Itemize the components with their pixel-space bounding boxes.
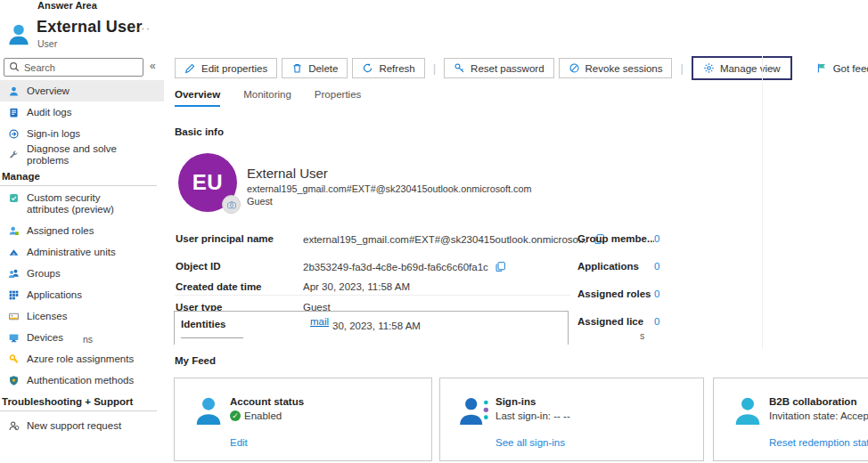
key-icon xyxy=(8,353,20,365)
account-person-icon xyxy=(191,394,226,429)
answer-area-label: Answer Area xyxy=(37,0,97,11)
field-object-id: Object ID 2b353249-fa3d-4c8e-b69d-fa6c6c… xyxy=(176,261,506,272)
sidebar-item-overview[interactable]: Overview xyxy=(0,80,164,102)
tab-monitoring[interactable]: Monitoring xyxy=(243,89,291,107)
sidebar-item-authentication-methods[interactable]: Authentication methods xyxy=(0,370,164,391)
field-value: 2b353249-fa3d-4c8e-b69d-fa6c6c60fa1c xyxy=(303,262,488,272)
gear-icon xyxy=(703,62,715,74)
refresh-icon xyxy=(362,62,373,74)
stat-applications: Applications 0 xyxy=(577,261,659,272)
profile-name: External User xyxy=(247,166,328,181)
tab-bar: Overview Monitoring Properties xyxy=(175,89,361,107)
page-subtitle: User xyxy=(37,38,57,49)
got-feedback-button[interactable]: Got feedback? xyxy=(809,59,868,77)
stray-text-fragment: ns xyxy=(83,334,93,345)
my-feed-title: My Feed xyxy=(175,355,216,366)
divider xyxy=(0,410,157,411)
identities-mail-link[interactable]: mail xyxy=(310,316,329,327)
profile-user-type: Guest xyxy=(247,196,273,207)
trash-icon xyxy=(291,62,303,74)
sidebar-item-azure-role-assignments[interactable]: Azure role assignments xyxy=(0,348,164,370)
toolbar-separator: | xyxy=(433,61,436,75)
sidebar-item-new-support-request[interactable]: New support request xyxy=(0,415,164,436)
sidebar-nav: Overview Audit logs Sign-in logs Diagnos… xyxy=(0,80,164,436)
delete-button[interactable]: Delete xyxy=(282,58,348,78)
see-all-sign-ins-link[interactable]: See all sign-ins xyxy=(495,437,565,448)
sidebar-item-assigned-roles[interactable]: Assigned roles xyxy=(0,220,164,241)
toolbar-separator: | xyxy=(680,61,683,75)
revoke-sessions-button[interactable]: Revoke sessions xyxy=(559,58,673,78)
avatar-initials: EU xyxy=(192,170,223,195)
block-icon xyxy=(569,62,580,74)
basic-info-title: Basic info xyxy=(175,126,224,137)
search-input[interactable] xyxy=(24,62,138,73)
content-edge-line xyxy=(762,55,763,349)
copy-icon[interactable] xyxy=(495,261,506,272)
field-user-principal-name: User principal name external195_gmail.co… xyxy=(176,233,597,245)
sidebar-item-custom-security-attributes[interactable]: Custom security attributes (preview) xyxy=(0,190,164,220)
sidebar-item-audit-logs[interactable]: Audit logs xyxy=(0,102,164,123)
person-icon xyxy=(8,85,20,97)
more-actions-icon[interactable]: ··· xyxy=(136,21,151,35)
reset-redemption-status-link[interactable]: Reset redemption status xyxy=(769,437,868,448)
applications-icon xyxy=(8,289,20,301)
field-created-date: Created date time Apr 30, 2023, 11:58 AM xyxy=(176,281,410,292)
stat-assigned-licenses: Assigned lice 0 xyxy=(577,316,659,327)
wrench-icon xyxy=(8,150,20,161)
assigned-roles-icon xyxy=(8,225,20,237)
sidebar-section-manage: Manage xyxy=(0,166,164,183)
stat-assigned-roles: Assigned roles 0 xyxy=(577,288,659,299)
stat-value-link[interactable]: 0 xyxy=(654,233,659,244)
card-b2b-collaboration: B2B collaboration Invitation state: Acce… xyxy=(713,378,868,461)
manage-view-highlight-box: Manage view xyxy=(692,56,792,80)
b2b-person-icon xyxy=(730,394,766,429)
camera-icon[interactable] xyxy=(222,195,241,214)
invitation-state-value: Invitation state: Accepted xyxy=(769,410,868,421)
sidebar-section-troubleshooting: Troubleshooting + Support xyxy=(0,391,164,409)
page-title: External User xyxy=(37,18,143,37)
sign-ins-person-icon xyxy=(456,394,492,429)
sidebar-item-diagnose[interactable]: Diagnose and solve problems xyxy=(0,144,164,166)
card-sign-ins: Sign-ins Last sign-in: -- -- See all sig… xyxy=(439,378,704,461)
collapse-sidebar-icon[interactable]: « xyxy=(150,60,156,72)
profile-upn: external195_gmail.com#EXT#@sk230415outlo… xyxy=(247,183,531,194)
edit-link[interactable]: Edit xyxy=(230,437,248,448)
sidebar-item-sign-in-logs[interactable]: Sign-in logs xyxy=(0,123,164,144)
sidebar-item-applications[interactable]: Applications xyxy=(0,284,164,305)
last-sign-in-value: Last sign-in: -- -- xyxy=(495,410,570,421)
licenses-icon xyxy=(8,311,20,322)
security-attributes-icon xyxy=(8,192,20,204)
identities-row-overlay: Identities mail 30, 2023, 11:58 AM xyxy=(174,311,569,345)
refresh-button[interactable]: Refresh xyxy=(352,58,424,78)
field-value: Apr 30, 2023, 11:58 AM xyxy=(303,281,410,292)
command-toolbar: Edit properties Delete Refresh | Reset p… xyxy=(175,56,868,80)
sidebar-item-devices[interactable]: Devices ns xyxy=(0,327,164,348)
sidebar-item-groups[interactable]: Groups xyxy=(0,263,164,284)
sidebar-search[interactable] xyxy=(4,58,143,77)
sidebar-item-licenses[interactable]: Licenses xyxy=(0,305,164,327)
tab-overview[interactable]: Overview xyxy=(175,89,220,107)
sidebar-item-administrative-units[interactable]: Administrative units xyxy=(0,241,164,263)
key-icon xyxy=(454,62,465,74)
divider xyxy=(175,295,570,296)
search-icon xyxy=(9,61,20,73)
field-value: external195_gmail.com#EXT#@sk230415outlo… xyxy=(303,234,587,245)
groups-icon xyxy=(8,268,20,280)
reset-password-button[interactable]: Reset password xyxy=(444,58,553,78)
input-underline xyxy=(181,337,243,338)
stat-value-link[interactable]: 0 xyxy=(654,316,659,327)
user-avatar-icon xyxy=(5,21,32,48)
edit-properties-button[interactable]: Edit properties xyxy=(175,58,277,78)
stat-group-memberships: Group membe... 0 xyxy=(577,233,659,244)
overlapping-date-text: 30, 2023, 11:58 AM xyxy=(332,321,421,331)
divider xyxy=(0,185,157,186)
account-status-value: Enabled xyxy=(244,410,282,421)
shield-icon xyxy=(8,375,20,386)
manage-view-button[interactable]: Manage view xyxy=(694,59,790,77)
stat-value-link[interactable]: 0 xyxy=(654,288,659,299)
stat-value-link[interactable]: 0 xyxy=(654,261,659,272)
admin-units-icon xyxy=(8,247,20,258)
profile-avatar: EU xyxy=(178,153,237,212)
tab-properties[interactable]: Properties xyxy=(315,89,361,107)
audit-log-icon xyxy=(8,107,20,118)
